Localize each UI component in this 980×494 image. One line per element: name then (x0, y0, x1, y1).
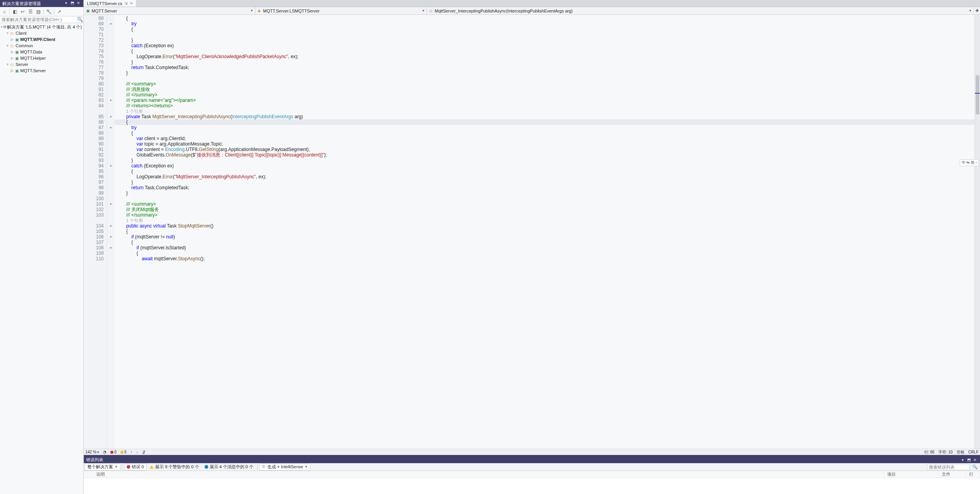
tab-label: LSMQTTServer.cs (87, 1, 122, 6)
solution-search: 🔍 (0, 16, 83, 23)
expander-icon[interactable]: ▷ (10, 56, 14, 60)
tree-node[interactable]: ▿🗀Client (0, 30, 83, 36)
panel-pin-icon[interactable]: ⬒ (966, 458, 971, 462)
warning-icon (150, 465, 154, 469)
preview-icon[interactable]: ↗ (56, 8, 63, 15)
code-editor[interactable]: 6869707172737475767778798081828384858687… (84, 15, 980, 449)
solution-explorer-panel: 解决方案资源管理器 ▾ ⬒ ✕ ⌂ ◧ ↩ ☰ ▤ 🔧 ↗ 🔍 ▿ ⧉ 解决方案… (0, 0, 84, 494)
panel-dropdown-icon[interactable]: ▾ (960, 458, 965, 462)
tree-node[interactable]: ▷▣MQTT.Data (0, 49, 83, 55)
tree-node[interactable]: ▿🗀Server (0, 61, 83, 68)
split-editor-button[interactable]: ✚ (974, 7, 980, 14)
folder-icon: 🗀 (9, 30, 15, 36)
csharp-project-icon: ▣ (14, 49, 19, 55)
chevron-down-icon: ▼ (250, 9, 253, 12)
vertical-scrollbar[interactable] (975, 15, 980, 449)
nav-prev[interactable]: ↑ (130, 450, 132, 454)
solution-root-label: 解决方案 'LS.MQTT' (4 个项目, 共 4 个) (7, 24, 82, 30)
scrollbar-thumb[interactable] (976, 75, 979, 114)
error-columns: 说明 项目 文件 行 (84, 471, 980, 478)
solution-explorer-toolbar: ⌂ ◧ ↩ ☰ ▤ 🔧 ↗ (0, 7, 83, 16)
chevron-down-icon: ▼ (969, 9, 972, 12)
col-line[interactable]: 行 (966, 471, 980, 477)
home-icon[interactable]: ⌂ (1, 8, 8, 15)
fold-gutter[interactable]: ▾▾▾▾▾▾▾▾▾ (107, 15, 114, 449)
errors-filter[interactable]: 错误 0 (124, 464, 147, 471)
tree-node[interactable]: ▷▣MQTT.Server (0, 68, 83, 74)
tree-node[interactable]: ▿🗀Common (0, 43, 83, 49)
expander-icon[interactable]: ▷ (10, 37, 14, 41)
info-icon (205, 465, 208, 469)
expander-icon[interactable]: ▿ (5, 31, 9, 35)
issues-icon[interactable]: ◔ (103, 450, 106, 454)
scope-selector[interactable]: 整个解决方案▼ (85, 464, 120, 471)
class-icon: ◆ (257, 9, 262, 13)
chevron-down-icon: ▼ (422, 9, 425, 12)
solution-search-input[interactable] (0, 16, 76, 23)
properties-icon[interactable]: 🔧 (45, 8, 52, 15)
tree-node-label: MQTT.Data (20, 50, 42, 54)
search-icon[interactable]: 🔍 (76, 16, 83, 23)
warning-count[interactable]: 5 (120, 450, 127, 454)
panel-dropdown-icon[interactable]: ▾ (63, 1, 69, 6)
nav-next[interactable]: ↓ (136, 450, 138, 454)
solution-icon: ⧉ (3, 24, 6, 30)
search-icon[interactable]: 🔍 (971, 464, 979, 469)
panel-close-icon[interactable]: ✕ (76, 1, 81, 6)
scrollbar-caret-marker (975, 93, 980, 94)
expander-icon[interactable]: ▷ (10, 69, 14, 73)
error-list-title: 错误列表 (86, 457, 959, 463)
nav-member[interactable]: ◇ MqttServer_InterceptingPublishAsync(In… (427, 7, 974, 14)
zoom-level[interactable]: 142 % ▾ (85, 450, 99, 454)
tree-node-label: MQTT.WPF.Client (20, 37, 55, 42)
close-icon[interactable]: ✕ (130, 1, 133, 5)
solution-explorer-title: 解决方案资源管理器 (2, 1, 62, 7)
solution-explorer-titlebar: 解决方案资源管理器 ▾ ⬒ ✕ (0, 0, 83, 7)
show-all-icon[interactable]: ▤ (35, 8, 42, 15)
messages-filter[interactable]: 展示 4 个消息中的 0 个 (202, 464, 256, 471)
expander-icon[interactable]: ▷ (10, 50, 14, 54)
eol-mode[interactable]: CRLF (968, 450, 978, 454)
csharp-project-icon: ▣ (14, 55, 19, 61)
tree-node-label: MQTT.Server (20, 68, 46, 73)
pin-icon[interactable]: ⇲ (124, 1, 127, 5)
nav-type[interactable]: ◆ MQTT.Server.LSMQTTServer ▼ (255, 7, 427, 14)
editor-status-bar: 142 % ▾ ◔ 0 5 ↑ ↓ ⭿ 行: 86 字符: 10 空格 CRLF (84, 449, 980, 455)
csharp-project-icon: ▣ (14, 37, 19, 42)
tree-node-label: Client (16, 31, 27, 36)
panel-close-icon[interactable]: ✕ (972, 458, 978, 462)
error-list-titlebar: 错误列表 ▾ ⬒ ✕ (84, 456, 980, 463)
expander-icon[interactable]: ▿ (5, 44, 9, 48)
solution-root[interactable]: ▿ ⧉ 解决方案 'LS.MQTT' (4 个项目, 共 4 个) (0, 24, 83, 30)
expander-icon[interactable]: ▿ (5, 62, 9, 66)
tree-node[interactable]: ▷▣MQTT.Helper (0, 55, 83, 61)
warnings-filter[interactable]: 展示 9 个警告中的 0 个 (147, 464, 201, 471)
error-list-panel: 错误列表 ▾ ⬒ ✕ 整个解决方案▼ 错误 0 展示 9 个警告中的 0 个 展… (84, 455, 980, 494)
nav-sync[interactable]: ⭿ (142, 450, 146, 454)
back-icon[interactable]: ↩ (19, 8, 26, 15)
tab-active[interactable]: LSMQTTServer.cs ⇲ ✕ (84, 0, 136, 7)
csharp-project-icon: ▣ (14, 68, 19, 73)
view-icon[interactable]: ◧ (11, 8, 18, 15)
error-icon (127, 465, 130, 469)
error-search-input[interactable] (927, 464, 970, 470)
code-nav-bar: ▣ MQTT.Server ▼ ◆ MQTT.Server.LSMQTTServ… (84, 7, 980, 15)
scope-icon[interactable]: ☰ (27, 8, 34, 15)
col-file[interactable]: 文件 (939, 471, 966, 477)
code-surface[interactable]: { try { } catch (Exception ex) { LogOper… (114, 15, 975, 449)
indent-mode[interactable]: 空格 (957, 450, 964, 455)
filter-icon: ⚐ (262, 464, 266, 469)
build-filter[interactable]: ⚐生成 + IntelliSense▼ (259, 464, 310, 471)
panel-pin-icon[interactable]: ⬒ (69, 1, 75, 6)
col-project[interactable]: 项目 (884, 471, 939, 477)
error-dot-icon (110, 451, 113, 454)
error-count[interactable]: 0 (110, 450, 117, 454)
nav-project[interactable]: ▣ MQTT.Server ▼ (84, 7, 255, 14)
tree-node-label: Server (16, 62, 28, 67)
ime-indicator[interactable]: 中 ⇆ 简 ⁝ (960, 159, 979, 166)
error-list-body[interactable] (84, 478, 980, 494)
col-desc[interactable]: 说明 (93, 471, 884, 477)
tree-node[interactable]: ▷▣MQTT.WPF.Client (0, 36, 83, 43)
solution-tree[interactable]: ▿ ⧉ 解决方案 'LS.MQTT' (4 个项目, 共 4 个) ▿🗀Clie… (0, 23, 83, 494)
tree-node-label: MQTT.Helper (20, 56, 46, 60)
